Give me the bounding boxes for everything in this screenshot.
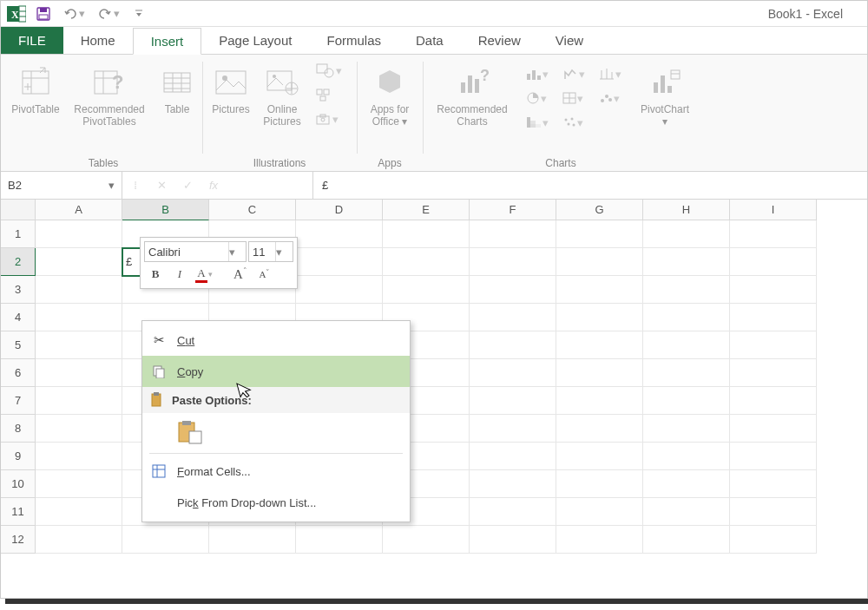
row-header[interactable]: 2 [1,248,36,276]
cancel-formula-button[interactable]: ✕ [148,179,174,192]
col-header[interactable]: H [643,200,730,220]
svg-rect-73 [153,465,165,477]
grow-font-button[interactable]: A˄ [229,264,252,285]
row-header[interactable]: 5 [1,331,36,359]
name-box-dropdown-icon[interactable]: ▾ [108,179,115,192]
bar-chart-button[interactable]: ▾ [556,62,593,86]
menu-format-cells[interactable]: Format Cells... [142,456,410,487]
fx-button[interactable]: fx [201,179,227,192]
svg-rect-41 [532,70,536,80]
tab-review[interactable]: Review [461,27,538,54]
svg-rect-38 [475,79,479,93]
row-header[interactable]: 12 [1,526,36,554]
svg-rect-2 [19,6,26,22]
scatter-chart-button[interactable]: ▾ [556,110,593,134]
recommended-charts-button[interactable]: ? Recommended Charts [428,58,516,149]
pictures-button[interactable]: Pictures [207,58,254,149]
paste-button[interactable] [177,419,203,445]
column-chart-button[interactable]: ▾ [520,62,556,86]
svg-text:?: ? [112,71,123,93]
col-header[interactable]: B [122,200,209,220]
col-header[interactable]: F [470,200,556,220]
shrink-font-button[interactable]: A˅ [253,264,276,285]
name-box[interactable]: B2 ▾ [1,172,122,199]
svg-rect-37 [468,75,472,93]
select-all-corner[interactable] [1,200,36,220]
combo-chart-button[interactable]: ▾ [593,86,629,110]
menu-cut[interactable]: ✂ Cut [142,325,410,356]
tab-view[interactable]: View [538,27,601,54]
insert-function-btn-1[interactable]: ⁞ [122,179,148,192]
scissors-icon: ✂ [149,332,168,348]
svg-rect-24 [267,71,292,90]
col-header[interactable]: I [730,200,817,220]
online-pictures-button[interactable]: Online Pictures [258,58,306,149]
group-illustrations: Pictures Online Pictures ▾ ▾ Illustratio… [202,58,357,171]
row-header[interactable]: 7 [1,387,36,415]
chevron-down-icon[interactable]: ▾ [228,242,242,261]
row-headers: 1 2 3 4 5 6 7 8 9 10 11 12 [1,220,36,554]
svg-text:?: ? [480,67,489,84]
pivot-chart-button[interactable]: PivotChart▾ [636,58,694,149]
enter-formula-button[interactable]: ✓ [174,179,201,192]
undo-button[interactable]: ▾ [56,2,91,26]
font-size-input[interactable]: 11 ▾ [248,241,293,262]
table-button[interactable]: Table [157,58,197,149]
chevron-down-icon[interactable]: ▾ [275,242,289,261]
row-header[interactable]: 8 [1,415,36,443]
mini-toolbar: Calibri ▾ 11 ▾ B I A▾ A˄ A˅ [140,237,298,289]
tab-insert[interactable]: Insert [133,28,202,55]
menu-pick-from-list[interactable]: Pick From Drop-down List... [142,487,410,518]
formula-bar: B2 ▾ ⁞ ✕ ✓ fx £ [1,172,867,200]
row-header[interactable]: 3 [1,276,36,304]
col-header[interactable]: G [556,200,643,220]
row-header[interactable]: 1 [1,220,36,248]
row-header[interactable]: 4 [1,304,36,331]
col-header[interactable]: E [383,200,470,220]
smartart-button[interactable] [310,82,352,107]
svg-rect-62 [661,75,665,93]
tab-file[interactable]: FILE [1,27,63,54]
svg-point-52 [605,95,608,98]
tab-data[interactable]: Data [398,27,461,54]
italic-button[interactable]: I [168,264,191,285]
col-header[interactable]: A [36,200,122,220]
svg-rect-7 [39,15,48,19]
redo-button[interactable]: ▾ [91,2,126,26]
format-cells-icon [149,464,168,478]
save-button[interactable] [30,2,56,26]
apps-for-office-button[interactable]: Apps for Office ▾ [362,58,418,149]
svg-rect-22 [216,71,246,94]
pie-chart-button[interactable]: ▾ [520,86,556,110]
font-name-input[interactable]: Calibri ▾ [144,241,247,262]
col-header[interactable]: C [209,200,296,220]
row-header[interactable]: 10 [1,470,36,498]
line-chart-button[interactable]: ▾ [520,110,556,134]
svg-rect-63 [667,86,672,93]
tab-home[interactable]: Home [63,27,133,54]
menu-copy[interactable]: Copy [142,356,410,387]
shapes-button[interactable]: ▾ [310,58,352,82]
recommended-pivot-button[interactable]: ? Recommended PivotTables [65,58,154,149]
stock-chart-button[interactable]: ▾ [593,62,629,86]
svg-point-59 [568,123,570,126]
row-header[interactable]: 6 [1,359,36,387]
font-color-button[interactable]: A▾ [193,264,215,285]
row-header[interactable]: 11 [1,498,36,526]
tab-page-layout[interactable]: Page Layout [201,27,309,54]
formula-input[interactable]: £ [313,172,867,199]
col-header[interactable]: D [296,200,383,220]
clipboard-icon [149,392,163,408]
screenshot-button[interactable]: ▾ [310,107,352,131]
qat-customize-button[interactable] [126,2,152,26]
svg-rect-6 [40,8,47,12]
hierarchy-chart-button[interactable]: ▾ [556,86,593,110]
spreadsheet-grid[interactable]: A B C D E F G H I 1 2 3 4 5 6 7 8 9 10 [1,200,867,581]
column-headers: A B C D E F G H I [36,200,867,220]
row-header[interactable]: 9 [1,443,36,470]
bold-button[interactable]: B [144,264,167,285]
title-bar: X ▾ ▾ Book1 - Excel [1,1,867,27]
pivot-table-button[interactable]: PivotTable [10,58,62,149]
tab-formulas[interactable]: Formulas [309,27,398,54]
svg-rect-67 [156,369,164,378]
